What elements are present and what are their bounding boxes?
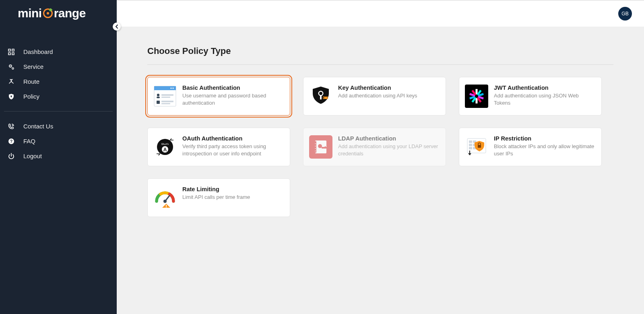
svg-rect-51 <box>469 140 472 143</box>
policy-title: Rate Limiting <box>182 186 283 192</box>
svg-point-45 <box>315 151 316 151</box>
svg-text:A: A <box>163 147 167 153</box>
svg-rect-47 <box>322 147 326 149</box>
svg-rect-59 <box>166 205 167 207</box>
chevron-left-icon <box>115 25 118 29</box>
svg-point-13 <box>171 88 172 89</box>
sidebar-item-label: Policy <box>23 93 39 100</box>
sidebar-item-route[interactable]: Route <box>4 74 113 89</box>
svg-rect-53 <box>469 144 472 146</box>
svg-point-43 <box>315 146 316 147</box>
svg-rect-8 <box>11 97 11 97</box>
svg-point-44 <box>315 148 316 149</box>
rate-limiting-icon <box>153 186 177 209</box>
svg-point-46 <box>318 144 322 148</box>
sidebar-item-label: FAQ <box>23 138 35 145</box>
svg-rect-3 <box>12 53 14 55</box>
svg-rect-21 <box>161 103 170 104</box>
svg-point-60 <box>166 207 167 208</box>
gear-icon <box>7 64 15 70</box>
jwt-auth-icon <box>465 85 488 108</box>
policy-card-rate-limiting[interactable]: Rate Limiting Limit API calls per time f… <box>147 178 290 217</box>
svg-point-42 <box>315 143 316 144</box>
sidebar-item-contact[interactable]: Contact Us <box>4 119 113 134</box>
svg-rect-2 <box>8 53 10 55</box>
sidebar-item-faq[interactable]: ? FAQ <box>4 134 113 149</box>
svg-point-5 <box>10 66 11 66</box>
brand-logo: minirange <box>18 6 86 20</box>
avatar-initials: GB <box>621 11 628 17</box>
svg-rect-17 <box>161 94 173 96</box>
route-icon <box>7 78 15 85</box>
policy-desc: Add authentication using API keys <box>338 92 439 99</box>
policy-title: Key Authentication <box>338 85 439 91</box>
policy-desc: Use username and password based authenti… <box>182 92 283 106</box>
sidebar-item-label: Contact Us <box>23 123 53 130</box>
svg-rect-55 <box>469 147 472 149</box>
sidebar-divider <box>4 111 113 112</box>
svg-rect-24 <box>320 95 322 99</box>
page-title: Choose Policy Type <box>147 46 613 65</box>
policy-card-jwt-auth[interactable]: JWT Authentication Add authentication us… <box>459 77 602 116</box>
policy-title: OAuth Authentication <box>182 135 283 142</box>
sidebar-item-label: Logout <box>23 153 42 159</box>
policy-desc: Limit API calls per time frame <box>182 194 283 201</box>
svg-rect-48 <box>325 146 326 147</box>
policy-title: Basic Authentication <box>182 85 283 91</box>
svg-rect-20 <box>161 101 173 102</box>
sidebar-item-service[interactable]: Service <box>4 59 113 74</box>
policy-card-key-auth[interactable]: Key Authentication Add authentication us… <box>303 77 446 116</box>
svg-rect-18 <box>161 97 170 98</box>
policy-desc: Add authentication using JSON Web Tokens <box>494 92 595 106</box>
key-auth-icon <box>309 85 332 108</box>
policy-card-ldap[interactable]: LDAP Authentication Add authentication u… <box>303 128 446 166</box>
policy-desc: Add authentication using your LDAP serve… <box>338 143 439 157</box>
sidebar-item-logout[interactable]: Logout <box>4 149 113 163</box>
svg-rect-16 <box>157 97 160 98</box>
svg-point-25 <box>323 97 324 99</box>
sidebar-item-policy[interactable]: Policy <box>4 89 113 104</box>
brand-text-a: mini <box>18 6 42 20</box>
shield-icon <box>7 93 15 100</box>
svg-rect-57 <box>478 145 481 148</box>
ip-restriction-icon <box>465 135 488 159</box>
policy-desc: Block attacker IPs and only allow legiti… <box>494 143 595 157</box>
svg-rect-19 <box>157 101 160 104</box>
svg-rect-1 <box>12 49 14 51</box>
svg-point-14 <box>173 88 174 89</box>
sidebar-item-label: Service <box>23 63 43 70</box>
oauth-icon: OAuthA <box>153 135 177 159</box>
policy-card-ip-restriction[interactable]: IP Restriction Block attacker IPs and on… <box>459 128 602 166</box>
svg-rect-49 <box>326 146 327 147</box>
sidebar-item-dashboard[interactable]: Dashboard <box>4 44 113 59</box>
ldap-icon <box>309 135 332 159</box>
policy-desc: Verify third party access token using in… <box>182 143 283 157</box>
policy-title: LDAP Authentication <box>338 135 439 142</box>
dashboard-icon <box>7 49 15 55</box>
phone-icon <box>7 123 15 130</box>
policy-card-oauth[interactable]: OAuthA OAuth Authentication Verify third… <box>147 128 290 166</box>
policy-title: JWT Authentication <box>494 85 595 91</box>
svg-point-15 <box>157 94 159 96</box>
svg-text:OAuth: OAuth <box>161 143 169 145</box>
svg-rect-0 <box>8 49 10 51</box>
basic-auth-icon <box>153 85 177 108</box>
brand-text-b: range <box>54 6 86 20</box>
policy-title: IP Restriction <box>494 135 595 142</box>
policy-card-basic-auth[interactable]: Basic Authentication Use username and pa… <box>147 77 290 116</box>
question-icon: ? <box>7 138 15 145</box>
svg-point-23 <box>319 92 322 95</box>
avatar[interactable]: GB <box>618 7 632 21</box>
power-icon <box>7 153 15 159</box>
sidebar-collapse-button[interactable] <box>113 23 121 31</box>
svg-text:?: ? <box>10 139 12 144</box>
svg-point-6 <box>12 68 14 69</box>
sidebar-item-label: Dashboard <box>23 48 53 55</box>
sidebar-item-label: Route <box>23 78 39 85</box>
